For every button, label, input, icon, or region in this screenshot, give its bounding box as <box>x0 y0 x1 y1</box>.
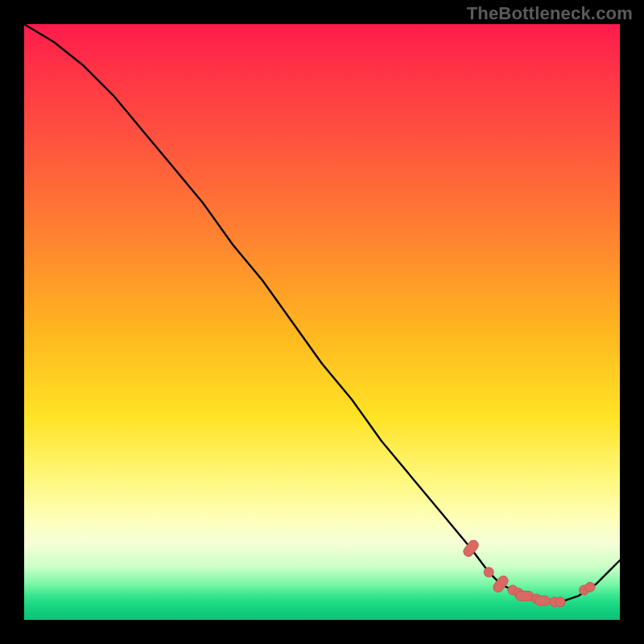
watermark-text: TheBottleneck.com <box>467 3 633 24</box>
marker-dot <box>555 597 565 607</box>
marker-dot <box>585 582 595 592</box>
marker-dot <box>484 568 493 577</box>
chart-svg <box>24 24 620 620</box>
curve-line <box>24 24 620 602</box>
marker-pill <box>535 596 551 605</box>
plot-area <box>24 24 620 620</box>
marker-pill <box>516 591 534 601</box>
chart-stage: TheBottleneck.com <box>0 0 644 644</box>
